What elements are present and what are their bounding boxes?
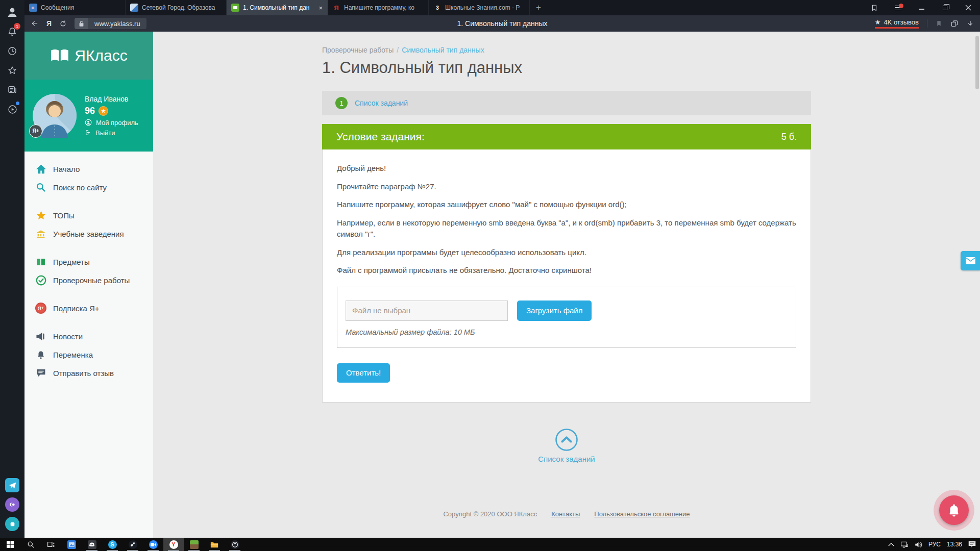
notifications-bell-icon[interactable]: 1 (3, 22, 21, 41)
sidebar-item-home[interactable]: Начало (24, 160, 153, 178)
sidebar-item-news[interactable]: Новости (24, 327, 153, 345)
site-reviews-badge[interactable]: ★ 4K отзывов (875, 18, 919, 29)
agreement-link[interactable]: Пользовательское соглашение (594, 510, 690, 518)
collections-button[interactable] (950, 20, 959, 28)
start-button[interactable] (0, 538, 20, 551)
bookmarks-star-icon[interactable] (3, 61, 21, 80)
url-text[interactable]: www.yaklass.ru (88, 18, 146, 29)
books-icon (36, 257, 46, 267)
feed-icon[interactable] (3, 80, 21, 99)
my-profile-link[interactable]: Мой профиль (85, 119, 138, 127)
sidebar-app-purple-icon[interactable] (3, 495, 21, 514)
scrollbar[interactable] (975, 36, 979, 89)
discord-icon (88, 540, 96, 549)
sidebar-item-subjects[interactable]: Предметы (24, 253, 153, 271)
minecraft-icon (190, 540, 199, 549)
points-value: 96 (85, 106, 95, 116)
browser-menu-button[interactable] (886, 0, 910, 15)
minimize-button[interactable] (910, 0, 933, 15)
contacts-link[interactable]: Контакты (551, 510, 580, 518)
taskbar-steam[interactable] (122, 538, 143, 551)
taskbar-file-explorer[interactable] (204, 538, 225, 551)
action-center-button[interactable] (968, 541, 976, 548)
upload-file-button[interactable]: Загрузить файл (517, 300, 592, 321)
task-list-link[interactable]: Список заданий (355, 99, 408, 107)
restore-button[interactable] (933, 0, 957, 15)
breadcrumb-current[interactable]: Символьный тип данных (402, 46, 484, 54)
logout-link[interactable]: Выйти (85, 129, 138, 137)
sidebar-item-subscription[interactable]: Я+ Подписка Я+ (24, 299, 153, 317)
bell-icon (36, 350, 45, 360)
taskbar-zoom[interactable] (143, 538, 163, 551)
profile-avatar-icon[interactable] (3, 3, 21, 22)
chevron-up-icon (888, 542, 894, 546)
tray-chevron-up[interactable] (888, 542, 894, 546)
sidebar-item-break[interactable]: Переменка (24, 345, 153, 364)
tab-netcity[interactable]: Сетевой Город. Образова (126, 0, 227, 15)
answer-button[interactable]: Ответить! (337, 363, 390, 383)
notification-bell-button[interactable] (939, 495, 969, 525)
sidebar-item-tops[interactable]: ТОПы (24, 206, 153, 224)
menu-alert-dot (899, 4, 903, 8)
feedback-mail-widget[interactable] (961, 251, 980, 270)
taskbar-yandex-browser[interactable]: Y (163, 538, 184, 551)
bookmarks-panel-button[interactable] (863, 0, 886, 15)
person-icon (6, 6, 18, 18)
screen: 1 (0, 0, 980, 551)
tab-znania[interactable]: 3 Школьные Знания.com - Р (429, 0, 530, 15)
window-controls (863, 0, 980, 15)
sidebar-item-tests[interactable]: Проверочные работы (24, 271, 153, 289)
new-tab-button[interactable]: + (530, 0, 547, 15)
browser-side-panel: 1 (0, 0, 24, 538)
video-panel-icon[interactable] (3, 99, 21, 119)
tab-yaklass-active[interactable]: 1. Символьный тип дан × (227, 0, 328, 15)
tray-volume[interactable] (915, 541, 922, 548)
reload-button[interactable] (59, 20, 67, 28)
netcity-favicon (130, 4, 138, 12)
yandex-home-button[interactable]: Я (46, 19, 52, 28)
sidebar-item-schools[interactable]: Учебные заведения (24, 224, 153, 243)
back-button[interactable] (31, 20, 39, 27)
sidebar-item-feedback[interactable]: Отправить отзыв (24, 364, 153, 382)
tab-close-icon[interactable]: × (318, 4, 323, 12)
yaklass-logo[interactable]: ЯКласс (24, 32, 153, 80)
znania-favicon: 3 (433, 4, 442, 12)
task-paragraph: Прочитайте параграф №27. (337, 181, 796, 193)
taskbar-obs[interactable] (225, 538, 245, 551)
page-footer: Copyright © 2020 ООО ЯКласс Контакты Пол… (322, 510, 811, 518)
tab-messages[interactable]: II Сообщения (24, 0, 126, 15)
file-name-input[interactable] (346, 300, 508, 321)
site-security-chip[interactable] (75, 18, 88, 29)
scroll-up-button[interactable] (555, 428, 578, 452)
yandex-browser-icon: Y (169, 540, 178, 549)
taskbar-search-button[interactable] (20, 538, 41, 551)
taskbar-minecraft[interactable] (184, 538, 204, 551)
sidebar-item-search[interactable]: Поиск по сайту (24, 178, 153, 196)
tray-clock[interactable]: 13:36 (947, 541, 962, 548)
downloads-button[interactable] (967, 20, 974, 28)
task-view-button[interactable] (41, 538, 61, 551)
tab-yandex-search[interactable]: Я Напишите программу, ко (328, 0, 429, 15)
play-circle-icon (7, 104, 18, 115)
avatar[interactable]: Я+ (33, 94, 77, 138)
sidebar-app-teal-icon[interactable] (3, 514, 21, 534)
task-list-bottom-link[interactable]: Список заданий (322, 455, 811, 463)
tray-language[interactable]: РУС (928, 541, 941, 548)
address-bar[interactable]: www.yaklass.ru (75, 18, 146, 29)
breadcrumb-parent[interactable]: Проверочные работы (322, 46, 394, 54)
taskbar-media-app[interactable] (61, 538, 82, 551)
bookmark-page-button[interactable] (936, 20, 942, 27)
search-icon (27, 541, 35, 548)
star-icon (7, 65, 17, 76)
close-button[interactable] (957, 0, 980, 15)
tray-network[interactable] (900, 541, 909, 548)
profile-info: Влад Иванов 96 ★ Мой профиль Выйти (85, 95, 138, 137)
history-clock-icon[interactable] (3, 41, 21, 61)
taskbar-discord[interactable] (82, 538, 102, 551)
bookmark-icon (871, 4, 878, 12)
notification-widget-halo (934, 490, 974, 531)
sidebar-item-label: Учебные заведения (53, 230, 124, 238)
taskbar-skype[interactable]: S (102, 538, 122, 551)
breadcrumb: Проверочные работы/Символьный тип данных (322, 46, 811, 54)
messenger-telegram-icon[interactable] (3, 475, 21, 495)
